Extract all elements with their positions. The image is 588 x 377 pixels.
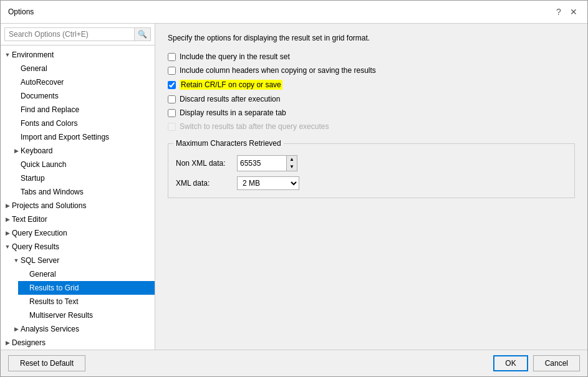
tree-item-text-editor[interactable]: ▶ Text Editor — [1, 212, 155, 226]
checkbox-include-headers[interactable] — [168, 67, 176, 75]
tree-text-multiserver: Multiserver Results — [29, 310, 93, 321]
tree-item-quick-launch[interactable]: Quick Launch — [9, 158, 155, 171]
tree-label-multiserver[interactable]: Multiserver Results — [18, 308, 155, 322]
tree-label-general[interactable]: General — [9, 62, 155, 75]
tree-label-general-qr[interactable]: General — [18, 267, 155, 281]
tree-label-find-replace[interactable]: Find and Replace — [9, 103, 155, 117]
tree-children-query-results: ▼ SQL Server General — [1, 254, 155, 336]
text-include-query: Include the query in the result set — [180, 52, 290, 61]
search-button[interactable]: 🔍 — [135, 27, 151, 41]
tree-item-projects-solutions[interactable]: ▶ Projects and Solutions — [1, 199, 155, 212]
tree-label-analysis-services[interactable]: ▶ Analysis Services — [9, 322, 155, 336]
expand-icon-keyboard: ▶ — [12, 145, 21, 156]
tree-item-analysis-services[interactable]: ▶ Analysis Services — [9, 322, 155, 336]
tree-label-documents[interactable]: Documents — [9, 89, 155, 103]
tree-text-query-results: Query Results — [12, 241, 59, 252]
non-xml-spin-down[interactable]: ▼ — [287, 163, 297, 171]
tree-item-results-to-text[interactable]: Results to Text — [18, 295, 155, 308]
tree-item-keyboard[interactable]: ▶ Keyboard — [9, 144, 155, 158]
label-include-query[interactable]: Include the query in the result set — [168, 52, 290, 61]
tree-item-documents[interactable]: Documents — [9, 89, 155, 103]
xml-row: XML data: 1 MB 2 MB 5 MB Unlimited — [176, 176, 567, 190]
bottom-bar: Reset to Default OK Cancel — [1, 350, 587, 376]
option-retain-crlf: Retain CR/LF on copy or save — [168, 80, 575, 90]
tree-children-sql-server: General Results to Grid — [9, 267, 155, 322]
non-xml-input[interactable] — [237, 155, 287, 171]
label-discard-results[interactable]: Discard results after execution — [168, 95, 280, 103]
checkbox-display-separate-tab[interactable] — [168, 109, 176, 117]
tree-text-sql-server: SQL Server — [21, 255, 59, 266]
tree-label-query-results[interactable]: ▼ Query Results — [1, 240, 155, 254]
checkbox-retain-crlf[interactable] — [168, 81, 176, 89]
tree-item-autorecover[interactable]: AutoRecover — [9, 75, 155, 89]
tree-text-keyboard: Keyboard — [21, 145, 52, 156]
non-xml-spin-up[interactable]: ▲ — [287, 156, 297, 163]
cancel-button[interactable]: Cancel — [533, 355, 580, 371]
tree-text-environment: Environment — [12, 49, 54, 60]
panel-description: Specify the options for displaying the r… — [168, 34, 575, 42]
tree-label-tabs-windows[interactable]: Tabs and Windows — [9, 185, 155, 199]
left-panel: 🔍 ▼ Environment General — [1, 24, 155, 350]
label-display-separate-tab[interactable]: Display results in a separate tab — [168, 108, 286, 117]
text-retain-crlf: Retain CR/LF on copy or save — [180, 80, 282, 90]
tree-item-results-to-grid[interactable]: Results to Grid — [18, 281, 155, 295]
expand-icon-environment: ▼ — [3, 49, 12, 60]
text-display-separate-tab: Display results in a separate tab — [180, 108, 286, 117]
label-include-headers[interactable]: Include column headers when copying or s… — [168, 66, 376, 75]
tree-item-find-replace[interactable]: Find and Replace — [9, 103, 155, 117]
tree-label-results-to-grid[interactable]: Results to Grid — [18, 281, 155, 295]
tree-label-text-editor[interactable]: ▶ Text Editor — [1, 212, 155, 226]
tree-item-general[interactable]: General — [9, 62, 155, 75]
checkbox-include-query[interactable] — [168, 53, 176, 61]
tree-label-startup[interactable]: Startup — [9, 171, 155, 185]
tree-item-tabs-windows[interactable]: Tabs and Windows — [9, 185, 155, 199]
tree-item-import-export[interactable]: Import and Export Settings — [9, 130, 155, 144]
search-input[interactable] — [4, 27, 135, 41]
tree-label-fonts-colors[interactable]: Fonts and Colors — [9, 117, 155, 130]
tree-label-import-export[interactable]: Import and Export Settings — [9, 130, 155, 144]
tree: ▼ Environment General — [1, 45, 155, 350]
tree-item-query-results[interactable]: ▼ Query Results ▼ SQL Server — [1, 240, 155, 336]
tree-item-multiserver[interactable]: Multiserver Results — [18, 308, 155, 322]
tree-item-fonts-colors[interactable]: Fonts and Colors — [9, 117, 155, 130]
tree-label-sql-server[interactable]: ▼ SQL Server — [9, 254, 155, 267]
label-retain-crlf[interactable]: Retain CR/LF on copy or save — [168, 80, 282, 90]
checkbox-discard-results[interactable] — [168, 95, 176, 103]
tree-text-autorecover: AutoRecover — [21, 77, 64, 88]
text-discard-results: Discard results after execution — [180, 95, 280, 103]
option-include-headers: Include column headers when copying or s… — [168, 66, 575, 75]
close-button[interactable]: ✕ — [567, 6, 580, 18]
option-include-query: Include the query in the result set — [168, 52, 575, 61]
text-include-headers: Include column headers when copying or s… — [180, 66, 376, 75]
dialog-title: Options — [8, 7, 34, 16]
tree-item-query-execution[interactable]: ▶ Query Execution — [1, 226, 155, 240]
tree-text-fonts-colors: Fonts and Colors — [21, 118, 77, 129]
ok-button[interactable]: OK — [493, 355, 528, 371]
tree-label-autorecover[interactable]: AutoRecover — [9, 75, 155, 89]
help-button[interactable]: ? — [552, 6, 565, 18]
label-switch-results-tab: Switch to results tab after the query ex… — [168, 122, 329, 131]
tree-label-projects-solutions[interactable]: ▶ Projects and Solutions — [1, 199, 155, 212]
tree-item-startup[interactable]: Startup — [9, 171, 155, 185]
tree-item-designers[interactable]: ▶ Designers — [1, 336, 155, 350]
tree-text-startup: Startup — [21, 173, 45, 184]
non-xml-label: Non XML data: — [176, 159, 232, 168]
tree-text-text-editor: Text Editor — [12, 214, 47, 225]
tree-text-find-replace: Find and Replace — [21, 104, 79, 115]
tree-label-designers[interactable]: ▶ Designers — [1, 336, 155, 350]
tree-label-quick-launch[interactable]: Quick Launch — [9, 158, 155, 171]
tree-item-general-qr[interactable]: General — [18, 267, 155, 281]
tree-label-query-execution[interactable]: ▶ Query Execution — [1, 226, 155, 240]
tree-label-results-to-text[interactable]: Results to Text — [18, 295, 155, 308]
tree-text-results-to-grid: Results to Grid — [29, 282, 79, 293]
tree-label-environment[interactable]: ▼ Environment — [1, 48, 155, 62]
reset-button[interactable]: Reset to Default — [8, 355, 85, 371]
content-area: 🔍 ▼ Environment General — [1, 24, 587, 350]
tree-item-environment[interactable]: ▼ Environment General — [1, 48, 155, 199]
tree-item-sql-server[interactable]: ▼ SQL Server General — [9, 254, 155, 322]
tree-label-keyboard[interactable]: ▶ Keyboard — [9, 144, 155, 158]
non-xml-row: Non XML data: ▲ ▼ — [176, 155, 567, 171]
tree-children-environment: General AutoRecover Do — [1, 62, 155, 199]
xml-select[interactable]: 1 MB 2 MB 5 MB Unlimited — [237, 176, 299, 190]
non-xml-spin: ▲ ▼ — [287, 155, 297, 171]
